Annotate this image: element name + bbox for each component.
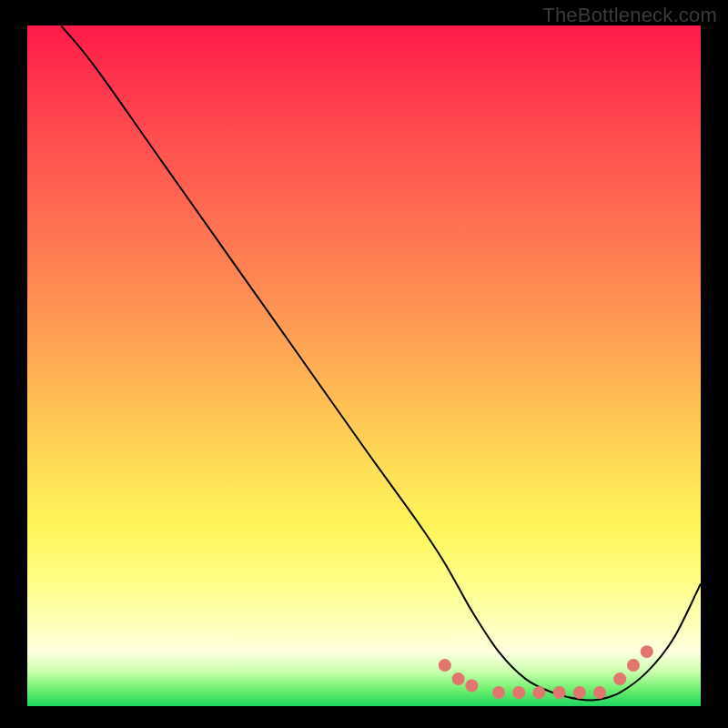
marker-dot — [492, 686, 505, 699]
chart-container: TheBottleneck.com — [0, 0, 728, 728]
marker-dot — [465, 680, 478, 693]
marker-dot — [573, 686, 586, 699]
chart-svg — [27, 25, 701, 706]
watermark-text: TheBottleneck.com — [542, 4, 717, 27]
marker-dot — [627, 659, 640, 672]
marker-dot — [512, 686, 525, 699]
curve-line — [61, 25, 701, 700]
marker-dot — [593, 686, 606, 699]
marker-dot — [613, 672, 626, 685]
marker-dot — [553, 686, 566, 699]
bottleneck-curve-path — [61, 25, 701, 700]
marker-dot — [452, 672, 465, 685]
marker-dot — [641, 645, 653, 658]
marker-dot — [532, 686, 545, 699]
marker-dot — [439, 659, 451, 672]
